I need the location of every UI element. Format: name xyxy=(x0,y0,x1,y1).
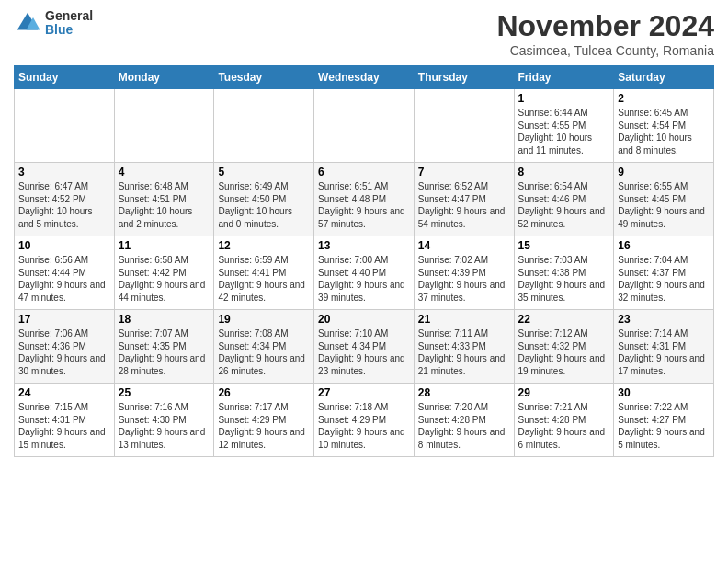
calendar-week-5: 24Sunrise: 7:15 AMSunset: 4:31 PMDayligh… xyxy=(15,384,714,457)
day-number: 14 xyxy=(418,239,510,252)
calendar-week-3: 10Sunrise: 6:56 AMSunset: 4:44 PMDayligh… xyxy=(15,236,714,310)
day-number: 23 xyxy=(618,313,710,326)
month-title: November 2024 xyxy=(496,9,714,43)
calendar-cell: 22Sunrise: 7:12 AMSunset: 4:32 PMDayligh… xyxy=(514,310,614,384)
header: General Blue November 2024 Casimcea, Tul… xyxy=(14,9,714,58)
calendar-cell: 17Sunrise: 7:06 AMSunset: 4:36 PMDayligh… xyxy=(15,310,115,384)
day-info: Sunrise: 6:56 AMSunset: 4:44 PMDaylight:… xyxy=(18,254,110,304)
day-number: 4 xyxy=(119,166,210,178)
day-number: 13 xyxy=(318,239,410,252)
day-number: 5 xyxy=(218,166,310,178)
day-number: 17 xyxy=(18,313,110,326)
day-info: Sunrise: 7:08 AMSunset: 4:34 PMDaylight:… xyxy=(218,327,310,377)
calendar-cell: 29Sunrise: 7:21 AMSunset: 4:28 PMDayligh… xyxy=(514,384,614,457)
calendar-header-row: SundayMondayTuesdayWednesdayThursdayFrid… xyxy=(15,66,714,89)
page: General Blue November 2024 Casimcea, Tul… xyxy=(0,0,728,563)
day-number: 18 xyxy=(119,313,210,326)
day-number: 10 xyxy=(18,239,110,252)
calendar-header-friday: Friday xyxy=(514,66,614,89)
calendar-header-wednesday: Wednesday xyxy=(314,66,415,89)
calendar-cell: 1Sunrise: 6:44 AMSunset: 4:55 PMDaylight… xyxy=(514,89,614,163)
day-info: Sunrise: 6:52 AMSunset: 4:47 PMDaylight:… xyxy=(418,180,510,230)
calendar-cell: 26Sunrise: 7:17 AMSunset: 4:29 PMDayligh… xyxy=(214,384,314,457)
calendar-cell: 6Sunrise: 6:51 AMSunset: 4:48 PMDaylight… xyxy=(314,163,415,236)
calendar-header-monday: Monday xyxy=(114,66,214,89)
calendar-week-4: 17Sunrise: 7:06 AMSunset: 4:36 PMDayligh… xyxy=(15,310,714,384)
day-info: Sunrise: 7:21 AMSunset: 4:28 PMDaylight:… xyxy=(518,401,610,451)
day-number: 30 xyxy=(618,386,710,399)
day-info: Sunrise: 7:18 AMSunset: 4:29 PMDaylight:… xyxy=(318,401,410,451)
calendar-cell: 5Sunrise: 6:49 AMSunset: 4:50 PMDaylight… xyxy=(214,163,314,236)
day-number: 20 xyxy=(318,313,410,326)
day-info: Sunrise: 7:10 AMSunset: 4:34 PMDaylight:… xyxy=(318,327,410,377)
day-number: 19 xyxy=(218,313,310,326)
day-number: 24 xyxy=(18,386,110,399)
day-number: 7 xyxy=(418,166,510,178)
calendar-header-sunday: Sunday xyxy=(15,66,115,89)
calendar-week-2: 3Sunrise: 6:47 AMSunset: 4:52 PMDaylight… xyxy=(15,163,714,236)
calendar-body: 1Sunrise: 6:44 AMSunset: 4:55 PMDaylight… xyxy=(15,89,714,457)
calendar-header-thursday: Thursday xyxy=(414,66,514,89)
calendar-cell xyxy=(214,89,314,163)
day-number: 1 xyxy=(518,92,610,105)
calendar-cell: 27Sunrise: 7:18 AMSunset: 4:29 PMDayligh… xyxy=(314,384,415,457)
day-info: Sunrise: 7:06 AMSunset: 4:36 PMDaylight:… xyxy=(18,327,110,377)
day-info: Sunrise: 6:49 AMSunset: 4:50 PMDaylight:… xyxy=(218,180,310,230)
calendar-cell xyxy=(414,89,514,163)
day-info: Sunrise: 7:17 AMSunset: 4:29 PMDaylight:… xyxy=(218,401,310,451)
logo: General Blue xyxy=(14,9,93,38)
day-number: 15 xyxy=(518,239,610,252)
day-info: Sunrise: 7:20 AMSunset: 4:28 PMDaylight:… xyxy=(418,401,510,451)
calendar-table: SundayMondayTuesdayWednesdayThursdayFrid… xyxy=(14,65,714,457)
day-info: Sunrise: 6:47 AMSunset: 4:52 PMDaylight:… xyxy=(18,180,110,230)
day-info: Sunrise: 7:12 AMSunset: 4:32 PMDaylight:… xyxy=(518,327,610,377)
title-block: November 2024 Casimcea, Tulcea County, R… xyxy=(496,9,714,58)
day-info: Sunrise: 7:04 AMSunset: 4:37 PMDaylight:… xyxy=(618,254,710,304)
day-info: Sunrise: 6:55 AMSunset: 4:45 PMDaylight:… xyxy=(618,180,710,230)
calendar-cell: 21Sunrise: 7:11 AMSunset: 4:33 PMDayligh… xyxy=(414,310,514,384)
calendar-header-tuesday: Tuesday xyxy=(214,66,314,89)
day-info: Sunrise: 7:00 AMSunset: 4:40 PMDaylight:… xyxy=(318,254,410,304)
day-number: 12 xyxy=(218,239,310,252)
day-number: 9 xyxy=(618,166,710,178)
day-info: Sunrise: 6:51 AMSunset: 4:48 PMDaylight:… xyxy=(318,180,410,230)
day-number: 21 xyxy=(418,313,510,326)
calendar-cell: 14Sunrise: 7:02 AMSunset: 4:39 PMDayligh… xyxy=(414,236,514,310)
calendar-cell: 12Sunrise: 6:59 AMSunset: 4:41 PMDayligh… xyxy=(214,236,314,310)
day-info: Sunrise: 7:14 AMSunset: 4:31 PMDaylight:… xyxy=(618,327,710,377)
day-info: Sunrise: 7:16 AMSunset: 4:30 PMDaylight:… xyxy=(119,401,210,451)
day-info: Sunrise: 7:02 AMSunset: 4:39 PMDaylight:… xyxy=(418,254,510,304)
day-info: Sunrise: 6:54 AMSunset: 4:46 PMDaylight:… xyxy=(518,180,610,230)
calendar-cell xyxy=(314,89,415,163)
calendar-cell: 3Sunrise: 6:47 AMSunset: 4:52 PMDaylight… xyxy=(15,163,115,236)
day-number: 11 xyxy=(119,239,210,252)
day-number: 8 xyxy=(518,166,610,178)
day-number: 27 xyxy=(318,386,410,399)
day-info: Sunrise: 6:44 AMSunset: 4:55 PMDaylight:… xyxy=(518,107,610,156)
day-info: Sunrise: 6:59 AMSunset: 4:41 PMDaylight:… xyxy=(218,254,310,304)
calendar-cell: 16Sunrise: 7:04 AMSunset: 4:37 PMDayligh… xyxy=(614,236,714,310)
calendar-cell: 9Sunrise: 6:55 AMSunset: 4:45 PMDaylight… xyxy=(614,163,714,236)
day-info: Sunrise: 7:11 AMSunset: 4:33 PMDaylight:… xyxy=(418,327,510,377)
calendar-header-saturday: Saturday xyxy=(614,66,714,89)
calendar-cell: 20Sunrise: 7:10 AMSunset: 4:34 PMDayligh… xyxy=(314,310,415,384)
calendar-cell: 7Sunrise: 6:52 AMSunset: 4:47 PMDaylight… xyxy=(414,163,514,236)
calendar-cell: 18Sunrise: 7:07 AMSunset: 4:35 PMDayligh… xyxy=(114,310,214,384)
day-info: Sunrise: 7:15 AMSunset: 4:31 PMDaylight:… xyxy=(18,401,110,451)
day-number: 6 xyxy=(318,166,410,178)
day-info: Sunrise: 7:07 AMSunset: 4:35 PMDaylight:… xyxy=(119,327,210,377)
day-info: Sunrise: 6:48 AMSunset: 4:51 PMDaylight:… xyxy=(119,180,210,230)
day-info: Sunrise: 6:58 AMSunset: 4:42 PMDaylight:… xyxy=(119,254,210,304)
day-info: Sunrise: 7:03 AMSunset: 4:38 PMDaylight:… xyxy=(518,254,610,304)
logo-general-text: General xyxy=(45,9,93,23)
calendar-cell: 24Sunrise: 7:15 AMSunset: 4:31 PMDayligh… xyxy=(15,384,115,457)
calendar-week-1: 1Sunrise: 6:44 AMSunset: 4:55 PMDaylight… xyxy=(15,89,714,163)
day-number: 25 xyxy=(119,386,210,399)
logo-text: General Blue xyxy=(45,9,93,38)
day-number: 2 xyxy=(618,92,710,105)
calendar-cell: 2Sunrise: 6:45 AMSunset: 4:54 PMDaylight… xyxy=(614,89,714,163)
calendar-cell: 13Sunrise: 7:00 AMSunset: 4:40 PMDayligh… xyxy=(314,236,415,310)
day-number: 29 xyxy=(518,386,610,399)
location: Casimcea, Tulcea County, Romania xyxy=(496,43,714,58)
day-number: 28 xyxy=(418,386,510,399)
